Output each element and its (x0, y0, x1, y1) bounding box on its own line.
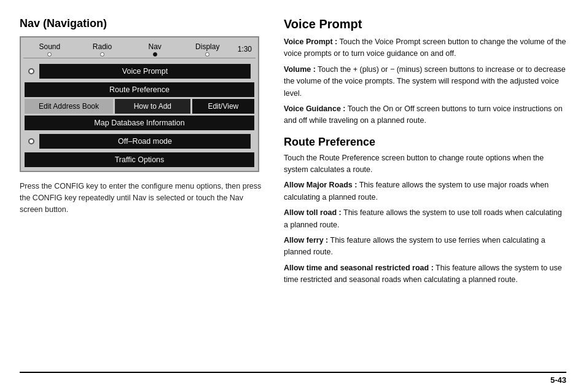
how-to-add-btn[interactable]: How to Add (115, 99, 190, 114)
voice-prompt-row[interactable]: Voice Prompt (25, 62, 254, 80)
route-preference-intro: Touch the Route Preference screen button… (284, 152, 566, 176)
voice-prompt-radio[interactable] (28, 68, 34, 74)
route-preference-title: Route Preference (284, 136, 566, 149)
voice-guidance-bold: Voice Guidance : (284, 104, 346, 113)
tab-time: 1:30 (234, 42, 256, 56)
offroad-radio[interactable] (28, 138, 34, 144)
nav-menu: Voice Prompt Route Preference Edit Addre… (23, 61, 256, 168)
left-column: Nav (Navigation) Sound Radio Nav Displa (20, 17, 265, 380)
tab-sound[interactable]: Sound (23, 40, 76, 58)
right-column: Voice Prompt Voice Prompt : Touch the Vo… (284, 17, 566, 380)
offroad-btn[interactable]: Off–Road mode (39, 134, 251, 149)
voice-prompt-bold-1: Voice Prompt : (284, 37, 337, 46)
voice-prompt-para-1: Voice Prompt : Touch the Voice Prompt sc… (284, 36, 566, 60)
map-database-row: Map Database Information (25, 116, 254, 130)
allow-major-roads-para: Allow Major Roads : This feature allows … (284, 179, 566, 203)
tab-nav-label: Nav (130, 42, 180, 51)
allow-ferry-bold: Allow ferry : (284, 236, 328, 245)
tab-nav[interactable]: Nav (128, 40, 181, 58)
allow-ferry-para: Allow ferry : This feature allows the sy… (284, 235, 566, 259)
map-database-btn[interactable]: Map Database Information (25, 116, 254, 130)
allow-toll-road-para: Allow toll road : This feature allows th… (284, 207, 566, 231)
nav-section-title: Nav (Navigation) (20, 17, 265, 30)
offroad-row[interactable]: Off–Road mode (25, 132, 254, 151)
voice-prompt-para-3: Voice Guidance : Touch the On or Off scr… (284, 103, 566, 127)
route-preference-row: Route Preference (25, 82, 254, 97)
allow-restricted-road-para: Allow time and seasonal restricted road … (284, 262, 566, 286)
tab-display-label: Display (182, 42, 233, 51)
tab-sound-dot (47, 52, 52, 57)
voice-prompt-btn[interactable]: Voice Prompt (39, 64, 251, 79)
voice-prompt-para-2: Volume : Touch the + (plus) or − (minus)… (284, 64, 566, 100)
footer-divider (20, 372, 566, 373)
nav-tabs: Sound Radio Nav Display 1:30 (23, 40, 256, 58)
page-number: 5-43 (20, 375, 566, 385)
tab-display[interactable]: Display (181, 40, 234, 58)
route-preference-btn[interactable]: Route Preference (25, 82, 254, 97)
volume-bold: Volume : (284, 65, 316, 74)
voice-prompt-title: Voice Prompt (284, 17, 566, 31)
allow-major-roads-bold: Allow Major Roads : (284, 181, 357, 189)
allow-toll-road-bold: Allow toll road : (284, 208, 342, 217)
nav-ui-mockup: Sound Radio Nav Display 1:30 (20, 36, 259, 172)
allow-restricted-road-bold: Allow time and seasonal restricted road … (284, 264, 434, 272)
edit-address-book-btn[interactable]: Edit Address Book (25, 99, 113, 114)
tab-radio[interactable]: Radio (76, 40, 129, 58)
traffic-options-row: Traffic Options (25, 152, 254, 167)
traffic-options-btn[interactable]: Traffic Options (25, 152, 254, 167)
nav-description: Press the CONFIG key to enter the config… (20, 181, 265, 215)
tab-radio-dot (100, 52, 104, 57)
edit-view-btn[interactable]: Edit/View (192, 99, 254, 114)
footer: 5-43 (0, 372, 586, 385)
tab-nav-dot (153, 52, 157, 57)
volume-text: Touch the + (plus) or − (minus) screen b… (284, 65, 566, 98)
address-book-row: Edit Address Book How to Add Edit/View (25, 99, 254, 114)
tab-sound-label: Sound (25, 42, 75, 51)
tab-display-dot (205, 52, 209, 57)
tab-radio-label: Radio (77, 42, 128, 51)
